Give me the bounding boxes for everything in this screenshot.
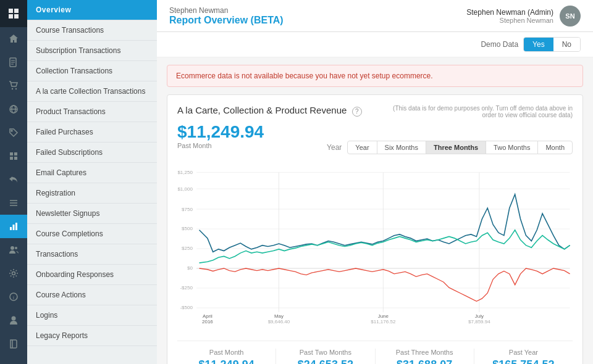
chart-main-value: $11,249.94	[177, 122, 264, 142]
svg-text:July: July	[475, 313, 484, 319]
header-title-block: Stephen Newman Report Overview (BETA)	[169, 6, 284, 26]
admin-name: Stephen Newman (Admin)	[466, 8, 553, 17]
svg-text:$1,250: $1,250	[177, 170, 193, 175]
chart-title: A la Carte, Collection & Product Revenue	[177, 105, 347, 115]
svg-text:$9,646.40: $9,646.40	[268, 319, 290, 325]
sidebar-item-8[interactable]: Registration	[27, 183, 157, 204]
icon-bar: i	[0, 0, 27, 364]
svg-point-26	[12, 272, 15, 275]
chart-container: $1,250 $1,000 $750 $500 $250 $0 -$250 -$…	[177, 154, 573, 336]
reply-icon[interactable]	[0, 168, 27, 191]
sidebar: Overview Course TransactionsSubscription…	[27, 0, 157, 364]
svg-rect-17	[14, 157, 17, 160]
sidebar-item-15[interactable]: Legacy Reports	[27, 326, 157, 346]
svg-rect-0	[9, 9, 13, 13]
users-icon[interactable]	[0, 238, 27, 262]
sidebar-item-10[interactable]: Course Completions	[27, 224, 157, 244]
sidebar-item-1[interactable]: Subscription Transactions	[27, 41, 157, 61]
time-tab-month[interactable]: Month	[537, 141, 573, 154]
svg-point-25	[15, 247, 17, 249]
sidebar-item-overview[interactable]: Overview	[27, 0, 157, 20]
globe-icon[interactable]	[0, 97, 27, 121]
sidebar-item-5[interactable]: Failed Purchases	[27, 122, 157, 143]
demo-no-button[interactable]: No	[553, 38, 580, 51]
svg-text:$250: $250	[182, 246, 193, 251]
sidebar-item-12[interactable]: Onboarding Responses	[27, 265, 157, 285]
chart-help-icon[interactable]: ?	[352, 107, 362, 117]
svg-rect-15	[14, 152, 17, 155]
time-tab-six-months[interactable]: Six Months	[377, 141, 426, 154]
summary-item-2: Past Three Months$31,688.07	[375, 349, 474, 364]
content-area: Demo Data Yes No Ecommerce data is not a…	[157, 32, 593, 364]
admin-sub: Stephen Newman	[466, 17, 553, 24]
svg-text:$7,859.94: $7,859.94	[468, 319, 490, 325]
svg-text:May: May	[274, 313, 284, 319]
chart-sub-label: Past Month	[177, 142, 264, 149]
svg-text:$500: $500	[182, 226, 193, 231]
svg-rect-1	[14, 9, 19, 13]
svg-point-24	[11, 246, 14, 250]
summary-item-0: Past Month$11,249.94	[177, 349, 275, 364]
summary-row: Past Month$11,249.94Past Two Months$24,6…	[177, 341, 573, 364]
svg-text:$750: $750	[182, 207, 193, 212]
person-icon[interactable]	[0, 308, 27, 332]
book-icon[interactable]	[0, 332, 27, 355]
info-icon[interactable]: i	[0, 285, 27, 308]
summary-item-3: Past Year$165,754.52	[474, 349, 573, 364]
header-user-name-block: Stephen Newman (Admin) Stephen Newman	[466, 8, 553, 24]
svg-text:$0: $0	[187, 265, 193, 271]
chart-header: A la Carte, Collection & Product Revenue…	[177, 105, 573, 118]
list-icon[interactable]	[0, 191, 27, 215]
sidebar-item-4[interactable]: Product Transactions	[27, 102, 157, 122]
page-title: Report Overview (BETA)	[169, 15, 284, 26]
svg-text:$11,176.52: $11,176.52	[371, 319, 396, 325]
sidebar-item-13[interactable]: Course Actions	[27, 285, 157, 305]
time-tabs: Year YearSix MonthsThree MonthsTwo Month…	[327, 141, 573, 154]
document-icon[interactable]	[0, 51, 27, 74]
time-tab-year[interactable]: Year	[347, 141, 377, 154]
sidebar-item-2[interactable]: Collection Transactions	[27, 61, 157, 81]
header-user-greeting: Stephen Newman	[169, 6, 284, 15]
svg-rect-22	[13, 225, 15, 230]
chart-svg: $1,250 $1,000 $750 $500 $250 $0 -$250 -$…	[177, 154, 573, 333]
svg-point-13	[11, 130, 12, 131]
sidebar-item-7[interactable]: Email Captures	[27, 163, 157, 183]
svg-point-9	[15, 88, 17, 89]
top-header: Stephen Newman Report Overview (BETA) St…	[157, 0, 593, 32]
svg-text:-$500: -$500	[180, 305, 193, 310]
svg-point-8	[12, 88, 13, 89]
app-logo[interactable]	[0, 0, 27, 27]
demo-bar: Demo Data Yes No	[157, 32, 593, 57]
sidebar-item-14[interactable]: Logins	[27, 305, 157, 326]
svg-rect-2	[9, 14, 13, 19]
demo-label: Demo Data	[481, 40, 518, 49]
chart-title-group: A la Carte, Collection & Product Revenue…	[177, 105, 362, 117]
svg-rect-23	[15, 223, 17, 230]
header-user-section: Stephen Newman (Admin) Stephen Newman SN	[466, 6, 581, 27]
home-icon[interactable]	[0, 27, 27, 51]
svg-text:-$250: -$250	[180, 285, 193, 291]
sidebar-item-11[interactable]: Transactions	[27, 244, 157, 265]
tag-icon[interactable]	[0, 121, 27, 144]
chart-icon[interactable]	[0, 215, 27, 238]
sidebar-item-3[interactable]: A la carte Collection Transactions	[27, 81, 157, 102]
main-content: Stephen Newman Report Overview (BETA) St…	[157, 0, 593, 364]
cart-icon[interactable]	[0, 74, 27, 97]
svg-rect-14	[10, 152, 13, 155]
time-tab-two-months[interactable]: Two Months	[486, 141, 538, 154]
time-tab-three-months[interactable]: Three Months	[426, 141, 486, 154]
chart-demo-note: (This data is for demo purposes only. Tu…	[387, 105, 573, 118]
summary-item-1: Past Two Months$24,653.52	[275, 349, 374, 364]
alert-banner: Ecommerce data is not available because …	[167, 65, 583, 87]
svg-rect-21	[10, 227, 12, 230]
settings-icon[interactable]	[0, 262, 27, 285]
demo-yes-button[interactable]: Yes	[524, 38, 553, 51]
svg-text:$1,000: $1,000	[177, 186, 193, 192]
svg-text:2016: 2016	[202, 319, 213, 325]
grid-icon[interactable]	[0, 144, 27, 168]
sidebar-item-6[interactable]: Failed Subscriptions	[27, 143, 157, 163]
sidebar-item-9[interactable]: Newsletter Signups	[27, 204, 157, 224]
svg-text:i: i	[13, 295, 14, 300]
demo-toggle-group: Yes No	[523, 37, 581, 52]
sidebar-item-0[interactable]: Course Transactions	[27, 20, 157, 41]
